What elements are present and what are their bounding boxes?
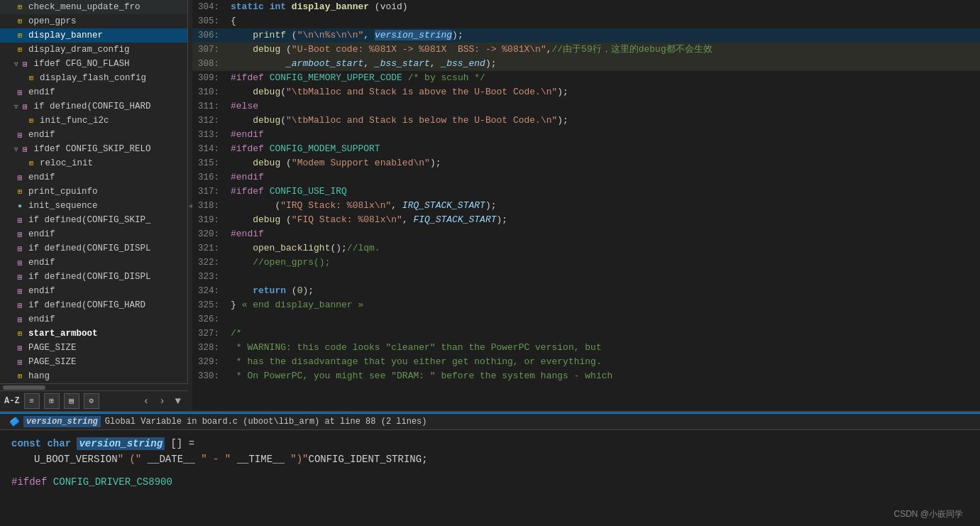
globe-icon: ● [14,200,26,212]
sidebar-item-if_defined_CONFIG_DISPL_1[interactable]: ⊞ if defined(CONFIG_DISPL [0,241,187,256]
sidebar: ⊞ check_menu_update_fro ⊞ open_gprs ⊞ di… [0,0,188,411]
sidebar-item-endif-5[interactable]: ⊞ endif [0,256,187,270]
sidebar-item-check_menu_update_fro[interactable]: ⊞ check_menu_update_fro [0,0,187,14]
code-indent [11,454,34,465]
watermark: CSDN @小嵌同学 [893,508,963,520]
sidebar-item-if_defined_CONFIG_HARD_2[interactable]: ⊞ if defined(CONFIG_HARD [0,298,187,312]
sidebar-item-ifdef-CONFIG_SKIP_RELO[interactable]: ▽ ⊞ ifdef CONFIG_SKIP_RELO [0,142,187,156]
line-code: printf ("\n\n%s\n\n", version_string); [228,28,980,43]
bottom-var-name: version_string [23,416,101,427]
sidebar-item-PAGE_SIZE_2[interactable]: ⊞ PAGE_SIZE [0,355,187,369]
code-line-316: 316: #endif [192,170,980,185]
sidebar-tree[interactable]: ⊞ check_menu_update_fro ⊞ open_gprs ⊞ di… [0,0,188,383]
sidebar-hscroll-thumb[interactable] [3,385,45,390]
code-line-320: 320: #endif [192,227,980,241]
sidebar-item-label: PAGE_SIZE [28,357,77,367]
sidebar-item-label: display_banner [28,31,103,40]
line-code: #else [228,99,980,114]
code-line-326: 326: [192,312,980,327]
code-line-317: 317: #ifdef CONFIG_USE_IRQ [192,185,980,199]
sidebar-item-label: endif [28,258,55,268]
sidebar-item-endif-2[interactable]: ⊞ endif [0,128,187,142]
line-number: 304: [192,0,228,14]
code-line-322: 322: //open_gprs(); [192,256,980,270]
line-code: #ifdef CONFIG_MODEM_SUPPORT [228,142,980,156]
hash-icon: ⊞ [14,285,26,297]
code-line-313: 313: #endif [192,128,980,142]
scroll-left-button[interactable]: ‹ [141,395,152,407]
line-code: { [228,14,980,28]
line-number: 313: [192,128,228,142]
line-number: 315: [192,156,228,170]
func-icon: ⊞ [26,72,37,84]
scroll-right-button[interactable]: › [156,395,167,407]
sidebar-item-label: if defined(CONFIG_HARD [33,102,150,111]
sidebar-item-endif-1[interactable]: ⊞ endif [0,85,187,99]
code-line-304: 304: static int display_banner (void) [192,0,980,14]
sidebar-item-label: endif [28,130,55,140]
hash-icon: ⊞ [14,271,26,283]
code-line-305: 305: { [192,14,980,28]
filter-button[interactable]: ▤ [64,393,79,409]
line-number: 319: [192,213,228,227]
collapse-arrow-icon: ▽ [14,60,18,68]
sidebar-item-hang[interactable]: ⊞ hang [0,369,187,383]
line-number: 321: [192,241,228,256]
code-editor[interactable]: 304: static int display_banner (void) 30… [192,0,980,411]
sidebar-item-display_banner[interactable]: ⊞ display_banner [0,28,187,43]
hash-icon: ⊞ [14,87,26,98]
sidebar-item-label: endif [28,172,55,182]
sidebar-item-label: PAGE_SIZE [28,343,77,353]
line-code: return (0); [228,284,980,298]
sidebar-item-PAGE_SIZE_1[interactable]: ⊞ PAGE_SIZE [0,341,187,355]
line-number: 330: [192,369,228,383]
ifdef-keyword: #ifdef [11,476,47,488]
sidebar-item-init_func_i2c[interactable]: ⊞ init_func_i2c [0,114,187,128]
code-content: 304: static int display_banner (void) 30… [192,0,980,383]
sidebar-item-if_defined_CONFIG_SKIP[interactable]: ⊞ if defined(CONFIG_SKIP_ [0,213,187,227]
sidebar-item-endif-6[interactable]: ⊞ endif [0,284,187,298]
line-number: 308: [192,57,228,71]
sidebar-item-display_flash_config[interactable]: ⊞ display_flash_config [0,71,187,85]
sidebar-item-label: ifdef CFG_NO_FLASH [33,59,129,69]
hash-icon: ⊞ [14,342,26,354]
sidebar-item-endif-7[interactable]: ⊞ endif [0,312,187,327]
hash-icon: ⊞ [14,257,26,268]
sidebar-hscrollbar[interactable] [0,383,188,390]
code-line-307: 307: debug ("U-Boot code: %081X -> %081X… [192,43,980,57]
sidebar-item-init_sequence[interactable]: ● init_sequence [0,199,187,213]
line-code: #ifdef CONFIG_USE_IRQ [228,185,980,199]
line-code: ("IRQ Stack: %08lx\n", IRQ_STACK_START); [228,199,980,213]
sidebar-item-if_defined_CONFIG_HARD[interactable]: ▽ ⊞ if defined(CONFIG_HARD [0,99,187,114]
code-line-327: 327: /* [192,327,980,341]
watermark-text: CSDN @小嵌同学 [893,509,963,519]
settings-button[interactable]: ⚙ [84,393,99,409]
sidebar-item-open_gprs[interactable]: ⊞ open_gprs [0,14,187,28]
collapse-arrow-icon: ▽ [14,146,18,153]
bottom-code-line-2: U_BOOT_VERSION" (" __DATE__ " - " __TIME… [11,451,969,467]
array-bracket: [] = [170,438,194,449]
line-number: 311: [192,99,228,114]
sidebar-item-endif-4[interactable]: ⊞ endif [0,227,187,241]
line-code: /* [228,327,980,341]
sidebar-item-display_dram_config[interactable]: ⊞ display_dram_config [0,43,187,57]
sidebar-item-reloc_init[interactable]: ⊞ reloc_init [0,156,187,170]
code-line-319: 319: debug ("FIQ Stack: %08lx\n", FIQ_ST… [192,213,980,227]
sidebar-item-label: check_menu_update_fro [28,2,141,12]
sidebar-item-print_cpuinfo[interactable]: ⊞ print_cpuinfo [0,185,187,199]
sort-button[interactable]: ≡ [24,393,40,409]
line-number: 323: [192,270,228,284]
line-number: 327: [192,327,228,341]
line-code: * On PowerPC, you might see "DRAM: " bef… [228,369,980,383]
sidebar-item-start_armboot[interactable]: ⊞ start_armboot [0,327,187,341]
scroll-down-button[interactable]: ▼ [172,395,184,407]
hash-icon: ⊞ [14,314,26,325]
code-line-306: 306: printf ("\n\n%s\n\n", version_strin… [192,28,980,43]
group-button[interactable]: ⊞ [44,393,60,409]
sidebar-item-endif-3[interactable]: ⊞ endif [0,170,187,185]
code-line-315: 315: debug ("Modem Support enabled\n"); [192,156,980,170]
sidebar-item-ifdef-CFG_NO_FLASH[interactable]: ▽ ⊞ ifdef CFG_NO_FLASH [0,57,187,71]
sidebar-item-label: if defined(CONFIG_SKIP_ [28,215,151,225]
sidebar-item-if_defined_CONFIG_DISPL_2[interactable]: ⊞ if defined(CONFIG_DISPL [0,270,187,284]
sidebar-item-label: ifdef CONFIG_SKIP_RELO [33,144,150,154]
